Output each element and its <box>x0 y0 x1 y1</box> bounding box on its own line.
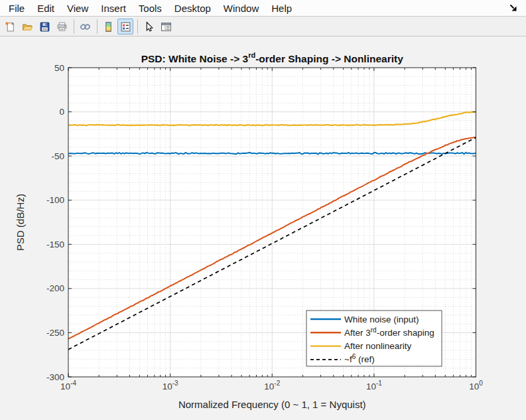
svg-text:10-3: 10-3 <box>163 380 178 391</box>
edit-plot-icon <box>143 21 155 33</box>
menu-item-help[interactable]: Help <box>267 1 296 15</box>
legend-label: ~f6 (ref) <box>344 353 375 364</box>
psd-plot: 10-410-310-210-1100500-50-100-150-200-25… <box>0 37 526 420</box>
print-figure-icon <box>56 21 68 33</box>
menubar-overflow-arrow-icon[interactable] <box>509 3 518 13</box>
svg-text:-50: -50 <box>51 151 64 161</box>
svg-text:50: 50 <box>54 63 64 73</box>
matlab-figure-window: FileEditViewInsertToolsDesktopWindowHelp… <box>0 0 526 420</box>
svg-text:-200: -200 <box>46 283 64 293</box>
legend[interactable]: White noise (input)After 3rd-order shapi… <box>306 311 442 366</box>
toolbar-separator <box>74 19 74 34</box>
svg-text:-300: -300 <box>46 372 64 382</box>
print-figure-button[interactable] <box>54 19 70 35</box>
plot-title: PSD: White Noise -> 3rd-order Shaping ->… <box>141 51 404 64</box>
svg-text:0: 0 <box>59 107 64 117</box>
menu-item-view[interactable]: View <box>62 1 93 15</box>
menu-item-file[interactable]: File <box>4 1 29 15</box>
toolbar-separator <box>137 19 138 34</box>
open-file-icon <box>22 21 33 33</box>
legend-label: After 3rd-order shaping <box>344 326 434 338</box>
new-figure-icon <box>5 21 16 33</box>
figure-canvas: 10-410-310-210-1100500-50-100-150-200-25… <box>0 37 526 420</box>
save-figure-button[interactable] <box>36 19 52 35</box>
figure-toolbar <box>0 17 526 36</box>
menu-item-desktop[interactable]: Desktop <box>170 1 216 15</box>
link-plot-button[interactable] <box>77 19 93 35</box>
svg-text:-150: -150 <box>46 240 64 249</box>
insert-legend-icon <box>120 21 131 33</box>
link-plot-icon <box>80 21 91 33</box>
toolbar-separator <box>97 19 98 34</box>
menu-item-insert[interactable]: Insert <box>96 1 131 15</box>
menubar: FileEditViewInsertToolsDesktopWindowHelp <box>0 0 526 17</box>
insert-colorbar-icon <box>103 21 114 33</box>
legend-label: White noise (input) <box>344 315 419 324</box>
open-file-button[interactable] <box>19 19 35 35</box>
menu-item-edit[interactable]: Edit <box>33 1 59 15</box>
svg-text:100: 100 <box>469 380 483 391</box>
menu-item-tools[interactable]: Tools <box>134 1 166 15</box>
property-inspector-icon <box>161 21 172 33</box>
save-figure-icon <box>39 21 50 33</box>
svg-text:10-1: 10-1 <box>366 380 382 391</box>
legend-label: After nonlinearity <box>344 341 412 351</box>
y-axis-label: PSD (dB/Hz) <box>15 194 26 251</box>
property-inspector-button[interactable] <box>158 19 174 35</box>
new-figure-button[interactable] <box>2 19 18 35</box>
x-axis-label: Normalized Frequency (0 ~ 1, 1 = Nyquist… <box>178 399 366 410</box>
svg-text:10-2: 10-2 <box>264 380 280 391</box>
svg-text:-250: -250 <box>46 328 64 338</box>
insert-legend-button[interactable] <box>117 19 133 35</box>
svg-text:-100: -100 <box>46 195 64 205</box>
edit-plot-button[interactable] <box>141 19 157 35</box>
menu-item-window[interactable]: Window <box>219 1 263 15</box>
insert-colorbar-button[interactable] <box>100 19 116 35</box>
